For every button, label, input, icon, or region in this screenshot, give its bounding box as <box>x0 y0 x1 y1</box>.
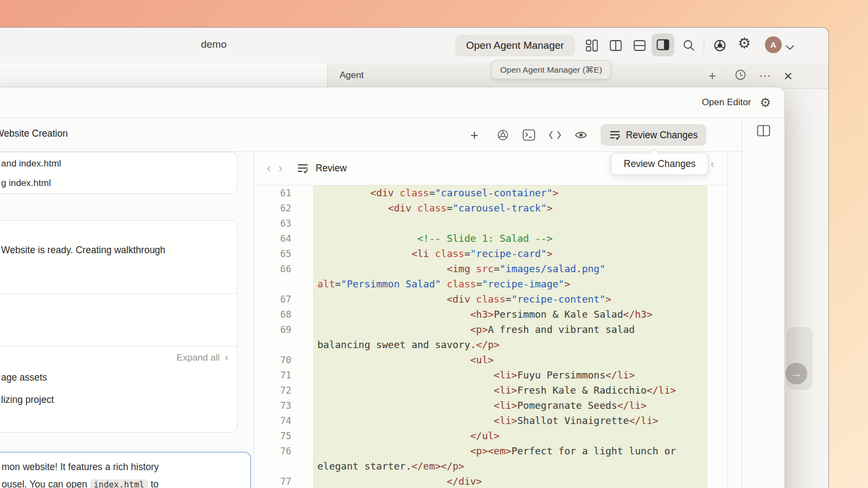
expand-all-label: Expand all <box>177 352 220 363</box>
code-line: 76 <p><em>Perfect for a light lunch or <box>254 444 727 459</box>
avatar[interactable]: A <box>765 36 782 53</box>
code-line: 75 </ul> <box>254 428 727 444</box>
agent-blocks-icon[interactable] <box>585 39 599 52</box>
chat-pane: and index.html g index.html Website is r… <box>0 152 254 488</box>
chrome-icon[interactable] <box>713 39 727 52</box>
history-icon[interactable] <box>734 68 747 85</box>
desktop: demo Open Agent Manager <box>0 0 868 488</box>
window-title: demo <box>170 38 257 50</box>
search-icon[interactable] <box>682 39 696 52</box>
open-agent-manager-button[interactable]: Open Agent Manager <box>455 35 575 56</box>
code-rows: 61 <div class="carousel-container">62 <d… <box>254 185 727 488</box>
code-line: 70 <ul> <box>254 352 727 368</box>
code-line: 69 <p>A fresh and vibrant salad <box>254 322 727 337</box>
arrow-right-button[interactable]: → <box>786 363 807 384</box>
code-line: 62 <div class="carousel-track"> <box>254 201 727 216</box>
code-line: elegant starter.</em></p> <box>254 459 727 474</box>
task-files-card: and index.html g index.html <box>0 152 238 194</box>
code-line: balancing sweet and savory.</p> <box>254 337 727 352</box>
code-icon[interactable] <box>548 129 561 141</box>
collapse-chevron-icon: ‹ <box>225 352 228 363</box>
hidden-chevron: ‹ <box>711 158 714 170</box>
close-icon[interactable]: ✕ <box>783 68 793 85</box>
review-changes-label: Review Changes <box>626 130 698 141</box>
code-line: 64 <!-- Slide 1: Salad --> <box>254 231 727 246</box>
tab-agent[interactable]: Agent <box>340 70 363 81</box>
conversation-title: Website Creation <box>0 128 68 139</box>
editor-header: Open Editor ⚙ <box>0 87 784 118</box>
code-line: 77 </div> <box>254 474 727 488</box>
tab-strip-left-pane <box>0 63 328 88</box>
step-item[interactable]: age assets <box>0 372 237 383</box>
tooltip-review-changes: Review Changes <box>611 153 709 175</box>
code-line: 73 <li>Pomegranate Seeds</li> <box>254 398 727 413</box>
tab-strip: Agent + ⋯ ✕ <box>0 63 828 89</box>
review-changes-button[interactable]: Review Changes <box>601 124 706 146</box>
columns-layout-icon[interactable] <box>757 125 770 137</box>
more-options-icon[interactable]: ⋯ <box>759 68 771 84</box>
sidebar-right-toggle-active[interactable] <box>652 34 674 56</box>
split-vertical-icon[interactable] <box>609 39 623 52</box>
preview-eye-icon[interactable] <box>575 129 588 141</box>
review-lines-check-icon <box>609 130 621 140</box>
code-line: 65 <li class="recipe-card"> <box>254 246 727 261</box>
steps-section: Expand all‹ age assets lizing project <box>0 346 237 406</box>
tooltip-review-changes-label: Review Changes <box>624 158 695 170</box>
message-line-2-pre: ousel. You can open <box>2 479 90 488</box>
agent-progress-card: Website is ready. Creating walkthrough E… <box>0 220 238 433</box>
review-pane: ‹ › Review 61 <div class="carousel-conta… <box>254 152 727 488</box>
open-editor-button[interactable]: Open Editor <box>702 97 751 108</box>
add-plus-icon[interactable]: + <box>470 129 483 141</box>
code-line: 66 <img src="images/salad.png" <box>254 261 727 277</box>
inline-code-chip: index.html <box>90 479 148 488</box>
nav-forward-icon[interactable]: › <box>278 163 282 174</box>
review-lines-check-icon <box>297 163 309 174</box>
code-line: 71 <li>Fuyu Persimmons</li> <box>254 368 727 383</box>
editor-gear-icon[interactable]: ⚙ <box>760 97 771 108</box>
progress-section <box>0 294 237 346</box>
right-rail <box>742 118 784 488</box>
agent-editor-window: Open Editor ⚙ Website Creation + <box>0 87 785 488</box>
code-line: 61 <div class="carousel-container"> <box>254 185 727 201</box>
code-line: 67 <div class="recipe-content"> <box>254 292 727 307</box>
step-item[interactable]: lizing project <box>0 394 237 406</box>
code-line: alt="Persimmon Salad" class="recipe-imag… <box>254 277 727 292</box>
review-title: Review <box>316 163 347 174</box>
agent-message-card[interactable]: mon website! It features a rich history … <box>0 452 251 488</box>
toolbar-actions: + <box>470 118 706 152</box>
code-line: 63 <box>254 216 727 231</box>
message-line-2-post: to <box>148 479 158 488</box>
chevron-down-icon[interactable] <box>786 43 794 48</box>
browser-chrome-icon[interactable] <box>496 129 509 141</box>
message-line-2: ousel. You can open index.html to <box>2 479 245 488</box>
titlebar-divider <box>704 38 704 53</box>
task-file-item[interactable]: and index.html <box>1 154 237 174</box>
status-text: Website is ready. Creating walkthrough <box>0 221 237 294</box>
code-line: 68 <h3>Persimmon & Kale Salad</h3> <box>254 307 727 322</box>
settings-gear-icon[interactable]: ⚙ <box>738 37 752 50</box>
code-line: 72 <li>Fresh Kale & Radicchio</li> <box>254 383 727 398</box>
tooltip-open-agent-manager: Open Agent Manager (⌘E) <box>492 60 611 79</box>
terminal-icon[interactable] <box>522 129 535 141</box>
split-horizontal-icon[interactable] <box>633 39 647 52</box>
message-line-1: mon website! It features a rich history <box>2 461 245 473</box>
new-tab-plus-icon[interactable]: + <box>709 68 716 84</box>
expand-all-button[interactable]: Expand all‹ <box>0 352 237 363</box>
code-line: 74 <li>Shallot Vinaigrette</li> <box>254 413 727 428</box>
editor-toolbar: Website Creation + <box>0 118 742 152</box>
nav-back-icon[interactable]: ‹ <box>267 163 271 174</box>
titlebar: demo Open Agent Manager <box>0 28 828 63</box>
task-file-item[interactable]: g index.html <box>1 174 237 193</box>
